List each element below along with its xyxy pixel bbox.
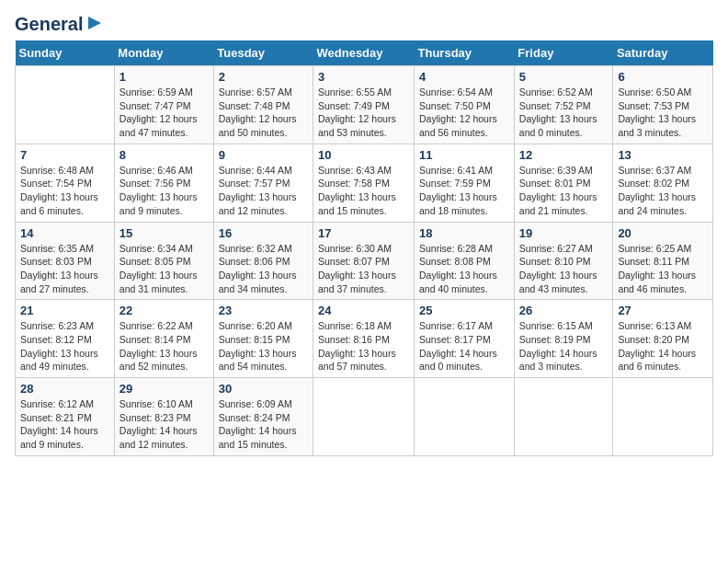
page-header: General (15, 15, 713, 29)
week-row-4: 21Sunrise: 6:23 AM Sunset: 8:12 PM Dayli… (16, 300, 713, 378)
day-info: Sunrise: 6:59 AM Sunset: 7:47 PM Dayligh… (119, 86, 209, 140)
day-cell (16, 66, 115, 144)
day-number: 1 (119, 70, 209, 84)
day-number: 16 (219, 226, 308, 240)
day-number: 2 (219, 70, 308, 84)
day-cell: 27Sunrise: 6:13 AM Sunset: 8:20 PM Dayli… (613, 300, 713, 378)
day-number: 7 (20, 148, 109, 162)
day-number: 18 (419, 226, 509, 240)
week-row-1: 1Sunrise: 6:59 AM Sunset: 7:47 PM Daylig… (16, 66, 713, 144)
day-cell: 24Sunrise: 6:18 AM Sunset: 8:16 PM Dayli… (313, 300, 415, 378)
day-cell: 25Sunrise: 6:17 AM Sunset: 8:17 PM Dayli… (415, 300, 515, 378)
day-info: Sunrise: 6:20 AM Sunset: 8:15 PM Dayligh… (219, 319, 308, 373)
day-number: 15 (119, 226, 209, 240)
day-info: Sunrise: 6:54 AM Sunset: 7:50 PM Dayligh… (419, 86, 509, 140)
day-info: Sunrise: 6:12 AM Sunset: 8:21 PM Dayligh… (20, 397, 109, 452)
day-cell: 14Sunrise: 6:35 AM Sunset: 8:03 PM Dayli… (16, 222, 115, 300)
day-info: Sunrise: 6:28 AM Sunset: 8:08 PM Dayligh… (419, 242, 509, 296)
day-info: Sunrise: 6:10 AM Sunset: 8:23 PM Dayligh… (119, 397, 209, 452)
logo-text-general: General (15, 15, 83, 33)
day-cell: 23Sunrise: 6:20 AM Sunset: 8:15 PM Dayli… (213, 300, 313, 378)
day-cell: 9Sunrise: 6:44 AM Sunset: 7:57 PM Daylig… (213, 144, 313, 222)
day-cell: 16Sunrise: 6:32 AM Sunset: 8:06 PM Dayli… (213, 222, 313, 300)
day-cell: 29Sunrise: 6:10 AM Sunset: 8:23 PM Dayli… (114, 378, 213, 456)
day-cell: 13Sunrise: 6:37 AM Sunset: 8:02 PM Dayli… (613, 144, 713, 222)
day-info: Sunrise: 6:57 AM Sunset: 7:48 PM Dayligh… (219, 86, 308, 140)
day-info: Sunrise: 6:52 AM Sunset: 7:52 PM Dayligh… (519, 86, 609, 140)
week-row-5: 28Sunrise: 6:12 AM Sunset: 8:21 PM Dayli… (16, 378, 713, 456)
day-header-saturday: Saturday (613, 40, 713, 66)
day-info: Sunrise: 6:22 AM Sunset: 8:14 PM Dayligh… (119, 319, 209, 373)
day-cell: 8Sunrise: 6:46 AM Sunset: 7:56 PM Daylig… (114, 144, 213, 222)
day-cell (514, 378, 613, 456)
day-cell: 30Sunrise: 6:09 AM Sunset: 8:24 PM Dayli… (213, 378, 313, 456)
day-number: 29 (119, 382, 209, 396)
week-row-3: 14Sunrise: 6:35 AM Sunset: 8:03 PM Dayli… (16, 222, 713, 300)
day-info: Sunrise: 6:37 AM Sunset: 8:02 PM Dayligh… (618, 164, 708, 218)
day-cell: 22Sunrise: 6:22 AM Sunset: 8:14 PM Dayli… (114, 300, 213, 378)
day-cell: 17Sunrise: 6:30 AM Sunset: 8:07 PM Dayli… (313, 222, 415, 300)
day-info: Sunrise: 6:50 AM Sunset: 7:53 PM Dayligh… (618, 86, 708, 140)
day-header-sunday: Sunday (16, 40, 115, 66)
day-number: 9 (219, 148, 308, 162)
day-cell: 1Sunrise: 6:59 AM Sunset: 7:47 PM Daylig… (114, 66, 213, 144)
day-number: 5 (519, 70, 609, 84)
day-number: 28 (20, 382, 109, 396)
day-info: Sunrise: 6:44 AM Sunset: 7:57 PM Dayligh… (219, 164, 308, 218)
week-row-2: 7Sunrise: 6:48 AM Sunset: 7:54 PM Daylig… (16, 144, 713, 222)
day-number: 30 (219, 382, 308, 396)
day-cell: 2Sunrise: 6:57 AM Sunset: 7:48 PM Daylig… (213, 66, 313, 144)
day-cell: 6Sunrise: 6:50 AM Sunset: 7:53 PM Daylig… (613, 66, 713, 144)
day-info: Sunrise: 6:25 AM Sunset: 8:11 PM Dayligh… (618, 242, 708, 296)
day-number: 21 (20, 304, 109, 317)
day-header-thursday: Thursday (415, 40, 515, 66)
day-info: Sunrise: 6:55 AM Sunset: 7:49 PM Dayligh… (318, 86, 409, 140)
day-info: Sunrise: 6:13 AM Sunset: 8:20 PM Dayligh… (618, 319, 708, 373)
day-cell (313, 378, 415, 456)
day-number: 24 (318, 304, 409, 317)
day-cell (613, 378, 713, 456)
day-cell: 19Sunrise: 6:27 AM Sunset: 8:10 PM Dayli… (514, 222, 613, 300)
svg-marker-0 (88, 17, 101, 29)
day-info: Sunrise: 6:39 AM Sunset: 8:01 PM Dayligh… (519, 164, 609, 218)
day-cell: 26Sunrise: 6:15 AM Sunset: 8:19 PM Dayli… (514, 300, 613, 378)
day-number: 3 (318, 70, 409, 84)
day-cell: 5Sunrise: 6:52 AM Sunset: 7:52 PM Daylig… (514, 66, 613, 144)
day-cell: 3Sunrise: 6:55 AM Sunset: 7:49 PM Daylig… (313, 66, 415, 144)
day-cell: 21Sunrise: 6:23 AM Sunset: 8:12 PM Dayli… (16, 300, 115, 378)
day-info: Sunrise: 6:30 AM Sunset: 8:07 PM Dayligh… (318, 242, 409, 296)
day-info: Sunrise: 6:15 AM Sunset: 8:19 PM Dayligh… (519, 319, 609, 373)
day-number: 11 (419, 148, 509, 162)
day-cell: 18Sunrise: 6:28 AM Sunset: 8:08 PM Dayli… (415, 222, 515, 300)
day-cell: 10Sunrise: 6:43 AM Sunset: 7:58 PM Dayli… (313, 144, 415, 222)
day-header-friday: Friday (514, 40, 613, 66)
day-info: Sunrise: 6:23 AM Sunset: 8:12 PM Dayligh… (20, 319, 109, 373)
day-cell: 15Sunrise: 6:34 AM Sunset: 8:05 PM Dayli… (114, 222, 213, 300)
day-info: Sunrise: 6:41 AM Sunset: 7:59 PM Dayligh… (419, 164, 509, 218)
days-header-row: SundayMondayTuesdayWednesdayThursdayFrid… (16, 40, 713, 66)
day-cell: 28Sunrise: 6:12 AM Sunset: 8:21 PM Dayli… (16, 378, 115, 456)
day-cell: 7Sunrise: 6:48 AM Sunset: 7:54 PM Daylig… (16, 144, 115, 222)
day-info: Sunrise: 6:27 AM Sunset: 8:10 PM Dayligh… (519, 242, 609, 296)
day-info: Sunrise: 6:48 AM Sunset: 7:54 PM Dayligh… (20, 164, 109, 218)
day-number: 10 (318, 148, 409, 162)
day-cell (415, 378, 515, 456)
day-cell: 11Sunrise: 6:41 AM Sunset: 7:59 PM Dayli… (415, 144, 515, 222)
day-info: Sunrise: 6:43 AM Sunset: 7:58 PM Dayligh… (318, 164, 409, 218)
day-number: 8 (119, 148, 209, 162)
day-cell: 12Sunrise: 6:39 AM Sunset: 8:01 PM Dayli… (514, 144, 613, 222)
day-number: 19 (519, 226, 609, 240)
day-cell: 20Sunrise: 6:25 AM Sunset: 8:11 PM Dayli… (613, 222, 713, 300)
day-number: 17 (318, 226, 409, 240)
day-info: Sunrise: 6:17 AM Sunset: 8:17 PM Dayligh… (419, 319, 509, 373)
day-header-tuesday: Tuesday (213, 40, 313, 66)
day-info: Sunrise: 6:35 AM Sunset: 8:03 PM Dayligh… (20, 242, 109, 296)
logo-icon (85, 13, 105, 33)
logo: General (15, 15, 105, 29)
day-info: Sunrise: 6:32 AM Sunset: 8:06 PM Dayligh… (219, 242, 308, 296)
day-number: 23 (219, 304, 308, 317)
day-number: 12 (519, 148, 609, 162)
day-info: Sunrise: 6:34 AM Sunset: 8:05 PM Dayligh… (119, 242, 209, 296)
day-number: 26 (519, 304, 609, 317)
day-number: 20 (618, 226, 708, 240)
